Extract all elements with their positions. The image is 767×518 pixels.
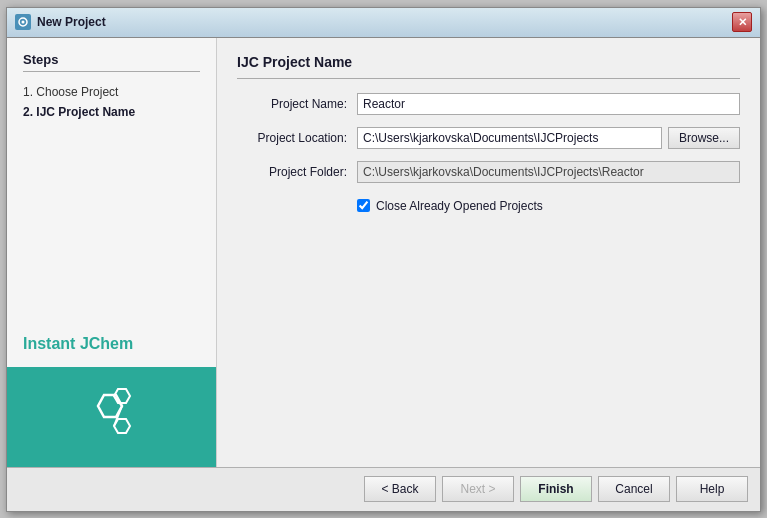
brand-label: Instant JChem <box>7 321 216 367</box>
project-name-label: Project Name: <box>237 97 357 111</box>
finish-button[interactable]: Finish <box>520 476 592 502</box>
project-location-input[interactable] <box>357 127 662 149</box>
title-bar: New Project ✕ <box>7 8 760 38</box>
close-button[interactable]: ✕ <box>732 12 752 32</box>
app-icon <box>15 14 31 30</box>
project-name-row: Project Name: <box>237 93 740 115</box>
project-folder-label: Project Folder: <box>237 165 357 179</box>
panel-title: IJC Project Name <box>237 54 740 79</box>
main-panel: IJC Project Name Project Name: Project L… <box>217 38 760 467</box>
project-location-label: Project Location: <box>237 131 357 145</box>
back-button[interactable]: < Back <box>364 476 436 502</box>
close-projects-row: Close Already Opened Projects <box>357 199 740 213</box>
title-bar-left: New Project <box>15 14 106 30</box>
new-project-window: New Project ✕ Steps 1. Choose Project 2.… <box>6 7 761 512</box>
step-1-number: 1. <box>23 85 33 99</box>
close-projects-label: Close Already Opened Projects <box>376 199 543 213</box>
hex-molecule-icon <box>82 385 142 448</box>
step-2-label: IJC Project Name <box>36 105 135 119</box>
sidebar: Steps 1. Choose Project 2. IJC Project N… <box>7 38 217 467</box>
project-folder-input <box>357 161 740 183</box>
window-title: New Project <box>37 15 106 29</box>
steps-panel: Steps 1. Choose Project 2. IJC Project N… <box>7 38 216 321</box>
project-location-row: Project Location: Browse... <box>237 127 740 149</box>
browse-button[interactable]: Browse... <box>668 127 740 149</box>
cancel-button[interactable]: Cancel <box>598 476 670 502</box>
project-folder-row: Project Folder: <box>237 161 740 183</box>
project-name-input[interactable] <box>357 93 740 115</box>
sidebar-graphic <box>7 367 216 467</box>
next-button[interactable]: Next > <box>442 476 514 502</box>
footer: < Back Next > Finish Cancel Help <box>7 467 760 511</box>
step-2: 2. IJC Project Name <box>23 102 200 122</box>
steps-title: Steps <box>23 52 200 72</box>
step-1: 1. Choose Project <box>23 82 200 102</box>
close-projects-checkbox[interactable] <box>357 199 370 212</box>
content-area: Steps 1. Choose Project 2. IJC Project N… <box>7 38 760 467</box>
step-1-label: Choose Project <box>36 85 118 99</box>
help-button[interactable]: Help <box>676 476 748 502</box>
step-2-number: 2. <box>23 105 33 119</box>
svg-point-1 <box>22 21 25 24</box>
